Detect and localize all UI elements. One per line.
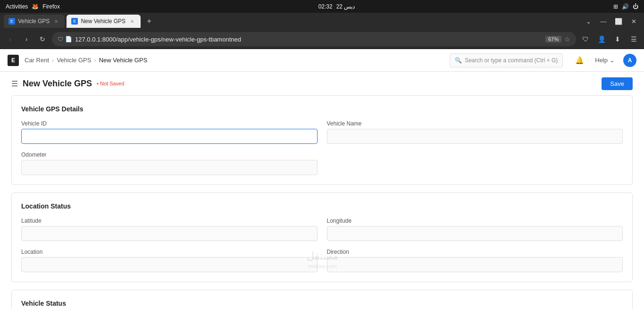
form-row-3: Latitude Longitude (21, 217, 623, 241)
vehicle-id-label: Vehicle ID (21, 120, 318, 127)
tab-list-button[interactable]: ⌄ (582, 15, 595, 28)
vehicle-status-title: Vehicle Status (21, 300, 623, 307)
tab-favicon-2: E (71, 18, 78, 25)
page-title: New Vehicle GPS (23, 79, 92, 89)
maximize-button[interactable]: ⬜ (612, 15, 625, 28)
tab-label-2: New Vehicle GPS (81, 18, 125, 25)
location-group: Location (21, 249, 318, 272)
search-placeholder: Search or type a command (Ctrl + G) (465, 57, 558, 64)
profile-icon[interactable]: 👤 (595, 33, 608, 46)
time-display: 02:32 (318, 3, 333, 10)
address-bar[interactable]: 🛡 📄 127.0.0.1:8000/app/vehicle-gps/new-v… (52, 32, 576, 46)
location-input[interactable] (21, 257, 318, 272)
page-icon: 📄 (65, 36, 72, 42)
breadcrumb-car-rent[interactable]: Car Rent (25, 57, 49, 64)
back-button[interactable]: ‹ (4, 33, 17, 46)
latitude-label: Latitude (21, 217, 318, 224)
user-avatar[interactable]: A (623, 54, 636, 67)
app-logo: E (8, 55, 19, 66)
command-search[interactable]: 🔍 Search or type a command (Ctrl + G) (450, 53, 563, 67)
vehicle-status-section: Vehicle Status Power Speed ACC Status (11, 290, 633, 309)
vehicle-gps-details-title: Vehicle GPS Details (21, 105, 623, 113)
date-display: 22 ديس (336, 3, 355, 10)
notification-button[interactable]: 🔔 (572, 53, 586, 67)
breadcrumb-sep-2: › (94, 57, 96, 64)
url-display: 127.0.0.1:8000/app/vehicle-gps/new-vehic… (75, 36, 543, 43)
direction-input[interactable] (327, 257, 623, 272)
minimize-button[interactable]: — (597, 15, 610, 28)
refresh-button[interactable]: ↻ (36, 33, 49, 46)
form-row-4: Location Direction (21, 249, 623, 272)
help-button[interactable]: Help ⌄ (591, 55, 619, 66)
search-icon: 🔍 (455, 57, 462, 64)
tab-label-1: Vehicle GPS (18, 18, 50, 25)
form-row-2: Odometer (21, 151, 623, 175)
direction-group: Direction (327, 249, 623, 272)
location-label: Location (21, 249, 318, 255)
vehicle-id-input[interactable] (21, 129, 318, 144)
breadcrumb-new-vehicle-gps: New Vehicle GPS (99, 57, 148, 64)
network-icon: ⊞ (613, 3, 618, 10)
activities-label: Activities (6, 3, 28, 10)
tab-close-2[interactable]: ✕ (128, 17, 136, 25)
close-button[interactable]: ✕ (627, 15, 640, 28)
odometer-spacer (327, 151, 623, 175)
tab-favicon-1: E (8, 18, 15, 25)
page-menu-icon[interactable]: ☰ (11, 79, 18, 88)
vehicle-gps-details-section: Vehicle GPS Details Vehicle ID Vehicle N… (11, 95, 633, 185)
not-saved-badge: • Not Saved (97, 81, 124, 86)
vehicle-name-input[interactable] (327, 129, 623, 144)
tab-vehicle-gps[interactable]: E Vehicle GPS ✕ (4, 15, 65, 28)
latitude-group: Latitude (21, 217, 318, 241)
odometer-group: Odometer (21, 151, 318, 175)
direction-label: Direction (327, 249, 623, 255)
new-tab-button[interactable]: + (142, 15, 156, 28)
firefox-favicon: 🦊 (32, 3, 39, 10)
location-status-title: Location Status (21, 202, 623, 210)
longitude-label: Longitude (327, 217, 623, 224)
vehicle-name-label: Vehicle Name (327, 120, 623, 127)
downloads-icon[interactable]: ⬇ (611, 33, 624, 46)
volume-icon: 🔊 (622, 3, 629, 10)
location-status-section: Location Status Latitude Longitude Locat… (11, 192, 633, 282)
extensions-icon[interactable]: 🛡 (579, 33, 592, 46)
vehicle-name-group: Vehicle Name (327, 120, 623, 144)
shield-icon: 🛡 (58, 36, 63, 42)
breadcrumb-sep-1: › (52, 57, 54, 64)
forward-button[interactable]: › (20, 33, 33, 46)
odometer-input[interactable] (21, 160, 318, 175)
longitude-group: Longitude (327, 217, 623, 241)
help-chevron-icon: ⌄ (610, 57, 615, 64)
form-row-1: Vehicle ID Vehicle Name (21, 120, 623, 144)
tab-new-vehicle-gps[interactable]: E New Vehicle GPS ✕ (67, 15, 141, 28)
help-label: Help (595, 57, 608, 64)
breadcrumb: Car Rent › Vehicle GPS › New Vehicle GPS (25, 57, 147, 64)
tab-close-1[interactable]: ✕ (52, 17, 60, 25)
latitude-input[interactable] (21, 226, 318, 241)
bookmark-icon[interactable]: ☆ (564, 35, 570, 43)
menu-icon[interactable]: ☰ (627, 33, 640, 46)
breadcrumb-vehicle-gps[interactable]: Vehicle GPS (57, 57, 91, 64)
vehicle-id-group: Vehicle ID (21, 120, 318, 144)
save-button[interactable]: Save (602, 77, 633, 90)
zoom-level: 67% (545, 36, 561, 42)
longitude-input[interactable] (327, 226, 623, 241)
browser-label: Firefox (42, 3, 60, 10)
odometer-label: Odometer (21, 151, 318, 158)
power-icon: ⏻ (633, 3, 638, 10)
